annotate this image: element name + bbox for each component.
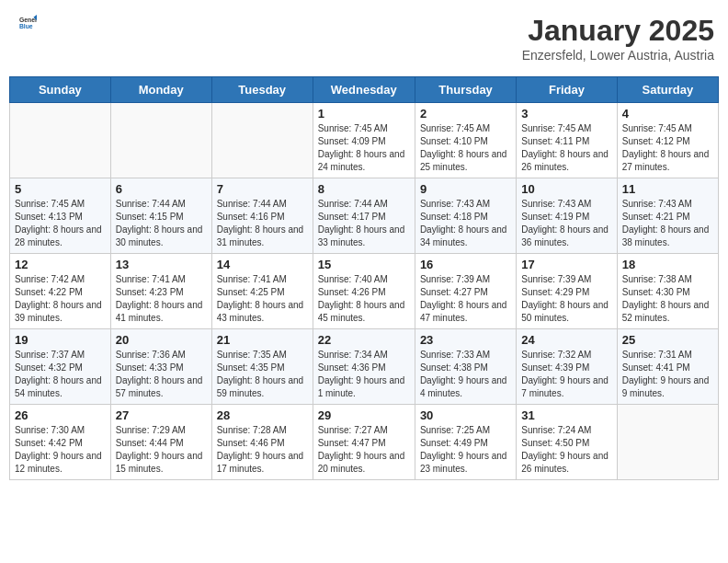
day-number: 15 (318, 258, 410, 271)
week-row-2: 12Sunrise: 7:42 AM Sunset: 4:22 PM Dayli… (10, 254, 719, 329)
weekday-header-thursday: Thursday (415, 77, 516, 103)
day-number: 28 (217, 408, 308, 422)
calendar-cell: 3Sunrise: 7:45 AM Sunset: 4:11 PM Daylig… (517, 103, 617, 178)
weekday-header-friday: Friday (517, 77, 617, 103)
calendar-cell: 17Sunrise: 7:39 AM Sunset: 4:29 PM Dayli… (517, 254, 617, 329)
calendar-cell (110, 103, 211, 178)
calendar-cell: 24Sunrise: 7:32 AM Sunset: 4:39 PM Dayli… (517, 329, 617, 405)
logo: General Blue (18, 14, 37, 36)
day-number: 13 (116, 258, 207, 271)
day-info: Sunrise: 7:27 AM Sunset: 4:47 PM Dayligh… (318, 424, 410, 476)
title-block: January 2025 Enzersfeld, Lower Austria, … (522, 14, 714, 63)
day-number: 11 (622, 182, 713, 196)
day-info: Sunrise: 7:44 AM Sunset: 4:17 PM Dayligh… (318, 198, 410, 249)
calendar-cell: 5Sunrise: 7:45 AM Sunset: 4:13 PM Daylig… (10, 178, 111, 254)
calendar-cell: 21Sunrise: 7:35 AM Sunset: 4:35 PM Dayli… (211, 329, 313, 405)
day-info: Sunrise: 7:41 AM Sunset: 4:23 PM Dayligh… (116, 273, 207, 325)
week-row-4: 26Sunrise: 7:30 AM Sunset: 4:42 PM Dayli… (10, 405, 719, 480)
day-number: 25 (622, 333, 713, 347)
calendar-cell: 6Sunrise: 7:44 AM Sunset: 4:15 PM Daylig… (110, 178, 211, 254)
day-number: 10 (521, 182, 611, 196)
calendar-cell: 22Sunrise: 7:34 AM Sunset: 4:36 PM Dayli… (313, 329, 415, 405)
day-info: Sunrise: 7:45 AM Sunset: 4:13 PM Dayligh… (15, 198, 106, 249)
day-number: 3 (521, 107, 611, 121)
day-info: Sunrise: 7:40 AM Sunset: 4:26 PM Dayligh… (318, 273, 410, 325)
day-info: Sunrise: 7:34 AM Sunset: 4:36 PM Dayligh… (318, 349, 410, 400)
day-number: 2 (420, 107, 511, 121)
calendar-cell (10, 103, 111, 178)
day-info: Sunrise: 7:45 AM Sunset: 4:10 PM Dayligh… (420, 122, 511, 174)
week-row-1: 5Sunrise: 7:45 AM Sunset: 4:13 PM Daylig… (10, 178, 719, 254)
weekday-header-monday: Monday (110, 77, 211, 103)
weekday-header-sunday: Sunday (10, 77, 111, 103)
week-row-3: 19Sunrise: 7:37 AM Sunset: 4:32 PM Dayli… (10, 329, 719, 405)
calendar-cell: 19Sunrise: 7:37 AM Sunset: 4:32 PM Dayli… (10, 329, 111, 405)
day-number: 22 (318, 333, 410, 347)
day-number: 12 (15, 258, 106, 271)
day-info: Sunrise: 7:30 AM Sunset: 4:42 PM Dayligh… (15, 424, 106, 476)
day-info: Sunrise: 7:45 AM Sunset: 4:12 PM Dayligh… (622, 122, 713, 174)
day-info: Sunrise: 7:33 AM Sunset: 4:38 PM Dayligh… (420, 349, 511, 400)
day-number: 9 (420, 182, 511, 196)
day-info: Sunrise: 7:24 AM Sunset: 4:50 PM Dayligh… (521, 424, 611, 476)
day-info: Sunrise: 7:36 AM Sunset: 4:33 PM Dayligh… (116, 349, 207, 400)
day-number: 14 (217, 258, 308, 271)
weekday-header-tuesday: Tuesday (211, 77, 313, 103)
day-info: Sunrise: 7:43 AM Sunset: 4:18 PM Dayligh… (420, 198, 511, 249)
day-number: 19 (15, 333, 106, 347)
day-info: Sunrise: 7:44 AM Sunset: 4:15 PM Dayligh… (116, 198, 207, 249)
day-number: 24 (521, 333, 611, 347)
calendar-table: SundayMondayTuesdayWednesdayThursdayFrid… (9, 76, 719, 480)
day-number: 17 (521, 258, 611, 271)
day-info: Sunrise: 7:45 AM Sunset: 4:11 PM Dayligh… (521, 122, 611, 174)
weekday-header-saturday: Saturday (617, 77, 718, 103)
day-info: Sunrise: 7:38 AM Sunset: 4:30 PM Dayligh… (622, 273, 713, 325)
calendar-cell: 28Sunrise: 7:28 AM Sunset: 4:46 PM Dayli… (211, 405, 313, 480)
calendar-cell (617, 405, 718, 480)
day-info: Sunrise: 7:39 AM Sunset: 4:27 PM Dayligh… (420, 273, 511, 325)
calendar-cell: 8Sunrise: 7:44 AM Sunset: 4:17 PM Daylig… (313, 178, 415, 254)
calendar-cell: 12Sunrise: 7:42 AM Sunset: 4:22 PM Dayli… (10, 254, 111, 329)
calendar-cell: 4Sunrise: 7:45 AM Sunset: 4:12 PM Daylig… (617, 103, 718, 178)
calendar-cell: 10Sunrise: 7:43 AM Sunset: 4:19 PM Dayli… (517, 178, 617, 254)
calendar-cell: 7Sunrise: 7:44 AM Sunset: 4:16 PM Daylig… (211, 178, 313, 254)
calendar-cell: 18Sunrise: 7:38 AM Sunset: 4:30 PM Dayli… (617, 254, 718, 329)
page-header: General Blue January 2025 Enzersfeld, Lo… (9, 9, 719, 67)
day-info: Sunrise: 7:25 AM Sunset: 4:49 PM Dayligh… (420, 424, 511, 476)
day-number: 1 (318, 107, 410, 121)
day-number: 7 (217, 182, 308, 196)
day-number: 18 (622, 258, 713, 271)
month-title: January 2025 (522, 14, 714, 48)
calendar-cell: 26Sunrise: 7:30 AM Sunset: 4:42 PM Dayli… (10, 405, 111, 480)
day-number: 30 (420, 408, 511, 422)
calendar-cell: 20Sunrise: 7:36 AM Sunset: 4:33 PM Dayli… (110, 329, 211, 405)
svg-text:Blue: Blue (19, 23, 33, 29)
day-number: 6 (116, 182, 207, 196)
day-info: Sunrise: 7:31 AM Sunset: 4:41 PM Dayligh… (622, 349, 713, 400)
day-number: 4 (622, 107, 713, 121)
day-number: 20 (116, 333, 207, 347)
calendar-cell: 25Sunrise: 7:31 AM Sunset: 4:41 PM Dayli… (617, 329, 718, 405)
calendar-cell: 15Sunrise: 7:40 AM Sunset: 4:26 PM Dayli… (313, 254, 415, 329)
weekday-header-row: SundayMondayTuesdayWednesdayThursdayFrid… (10, 77, 719, 103)
day-info: Sunrise: 7:43 AM Sunset: 4:19 PM Dayligh… (521, 198, 611, 249)
day-info: Sunrise: 7:37 AM Sunset: 4:32 PM Dayligh… (15, 349, 106, 400)
location-title: Enzersfeld, Lower Austria, Austria (522, 48, 714, 63)
day-info: Sunrise: 7:42 AM Sunset: 4:22 PM Dayligh… (15, 273, 106, 325)
calendar-cell: 29Sunrise: 7:27 AM Sunset: 4:47 PM Dayli… (313, 405, 415, 480)
calendar-cell (211, 103, 313, 178)
day-number: 29 (318, 408, 410, 422)
calendar-cell: 11Sunrise: 7:43 AM Sunset: 4:21 PM Dayli… (617, 178, 718, 254)
calendar-cell: 31Sunrise: 7:24 AM Sunset: 4:50 PM Dayli… (517, 405, 617, 480)
calendar-cell: 30Sunrise: 7:25 AM Sunset: 4:49 PM Dayli… (415, 405, 516, 480)
day-number: 8 (318, 182, 410, 196)
calendar-cell: 23Sunrise: 7:33 AM Sunset: 4:38 PM Dayli… (415, 329, 516, 405)
logo-image: General Blue (18, 14, 37, 36)
day-number: 16 (420, 258, 511, 271)
week-row-0: 1Sunrise: 7:45 AM Sunset: 4:09 PM Daylig… (10, 103, 719, 178)
day-info: Sunrise: 7:43 AM Sunset: 4:21 PM Dayligh… (622, 198, 713, 249)
day-number: 27 (116, 408, 207, 422)
day-number: 21 (217, 333, 308, 347)
day-info: Sunrise: 7:29 AM Sunset: 4:44 PM Dayligh… (116, 424, 207, 476)
calendar-cell: 9Sunrise: 7:43 AM Sunset: 4:18 PM Daylig… (415, 178, 516, 254)
